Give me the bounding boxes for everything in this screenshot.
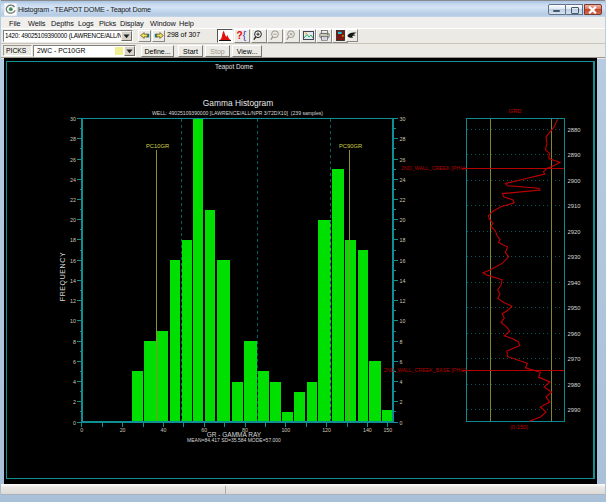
svg-text:2890: 2890: [568, 152, 581, 158]
svg-text:16: 16: [400, 257, 406, 263]
svg-text:20: 20: [120, 427, 126, 433]
svg-text:120: 120: [322, 427, 331, 433]
svg-text:18: 18: [70, 237, 76, 243]
svg-text:2980: 2980: [568, 381, 581, 387]
svg-text:FREQUENCY: FREQUENCY: [59, 251, 67, 300]
svg-text:100: 100: [281, 427, 290, 433]
svg-text:0: 0: [400, 419, 403, 425]
svg-text:28: 28: [400, 136, 406, 142]
svg-text:2ND_WALL_CREEK [PHU]: 2ND_WALL_CREEK [PHU]: [401, 165, 466, 171]
svg-text:2990: 2990: [568, 406, 581, 412]
svg-text:150: 150: [383, 427, 392, 433]
svg-text:4: 4: [73, 379, 76, 385]
svg-text:2910: 2910: [568, 203, 581, 209]
svg-text:2ND_WALL_CREEK_BASE [PHU]: 2ND_WALL_CREEK_BASE [PHU]: [384, 367, 466, 373]
svg-text:Gamma Histogram: Gamma Histogram: [203, 98, 273, 108]
svg-text:28: 28: [70, 136, 76, 142]
svg-text:2920: 2920: [568, 228, 581, 234]
svg-text:10: 10: [400, 318, 406, 324]
svg-text:18: 18: [400, 237, 406, 243]
svg-text:6: 6: [73, 358, 76, 364]
svg-text:22: 22: [400, 197, 406, 203]
svg-text:0: 0: [80, 427, 83, 433]
svg-text:2950: 2950: [568, 305, 581, 311]
svg-text:PC10GR: PC10GR: [146, 143, 169, 149]
svg-text:20: 20: [400, 217, 406, 223]
svg-text:2900: 2900: [568, 177, 581, 183]
svg-text:24: 24: [400, 176, 406, 182]
svg-text:(0-150): (0-150): [510, 423, 528, 429]
svg-text:MEAN=84.417 SD=35.584 MODE=57.: MEAN=84.417 SD=35.584 MODE=57.000: [187, 437, 281, 443]
svg-text:2880: 2880: [568, 127, 581, 133]
svg-text:14: 14: [70, 277, 76, 283]
svg-text:24: 24: [70, 176, 76, 182]
svg-text:140: 140: [363, 427, 372, 433]
svg-text:12: 12: [400, 298, 406, 304]
svg-text:GRD: GRD: [508, 107, 522, 113]
svg-text:20: 20: [70, 217, 76, 223]
svg-text:8: 8: [73, 338, 76, 344]
svg-text:30: 30: [400, 116, 406, 122]
svg-text:0: 0: [73, 419, 76, 425]
svg-text:2960: 2960: [568, 330, 581, 336]
svg-text:12: 12: [70, 298, 76, 304]
svg-text:8: 8: [400, 338, 403, 344]
svg-text:26: 26: [400, 156, 406, 162]
svg-text:2970: 2970: [568, 356, 581, 362]
svg-text:2930: 2930: [568, 254, 581, 260]
svg-text:30: 30: [70, 116, 76, 122]
svg-text:2: 2: [73, 399, 76, 405]
svg-text:26: 26: [70, 156, 76, 162]
svg-text:2: 2: [400, 399, 403, 405]
svg-text:4: 4: [400, 379, 403, 385]
svg-text:PC90GR: PC90GR: [339, 143, 362, 149]
svg-text:6: 6: [400, 358, 403, 364]
svg-text:Teapot Dome: Teapot Dome: [215, 63, 253, 71]
svg-text:22: 22: [70, 197, 76, 203]
svg-text:2940: 2940: [568, 279, 581, 285]
svg-text:14: 14: [400, 277, 406, 283]
svg-text:10: 10: [70, 318, 76, 324]
svg-text:WELL: 49025109390000 [LAWRENCE: WELL: 49025109390000 [LAWRENCE/ALL/NPR 3…: [152, 109, 323, 115]
svg-text:40: 40: [160, 427, 166, 433]
svg-text:16: 16: [70, 257, 76, 263]
